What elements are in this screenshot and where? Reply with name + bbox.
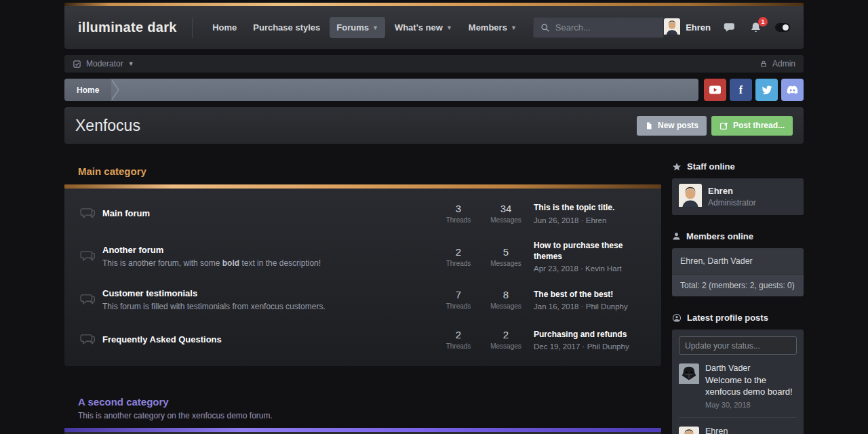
forum-bubbles-icon [79,205,97,222]
page-container: illuminate dark Home Purchase styles For… [64,3,804,434]
forum-row[interactable]: Customer testimonials This forum is fill… [64,279,661,319]
user-circle-icon [672,313,682,323]
site-logo[interactable]: illuminate dark [78,20,177,35]
staff-name[interactable]: Ehren [708,186,756,196]
profile-post: Darth Vader Welcome to the xenfocus demo… [679,363,797,409]
forum-bubbles-icon [79,331,97,349]
thread-count: 7 [439,289,478,300]
forum-title[interactable]: Frequently Asked Questions [102,334,432,344]
latest-profile-posts-section: Latest profile posts Darth Vader Welcome… [672,313,804,434]
breadcrumb: Home [64,79,698,101]
post-thread-button[interactable]: Post thread... [711,116,793,136]
message-count: 5 [486,246,526,258]
forum-row[interactable]: Another forum This is another forum, wit… [64,233,661,279]
latest-topic-meta: Jun 26, 2018 · Ehren [534,216,650,224]
chevron-down-icon: ▼ [511,24,517,31]
forum-title[interactable]: Another forum [102,245,432,255]
section-title: Staff online [687,161,735,172]
category-forums: Main forum 3Threads 34Messages This is t… [64,189,661,366]
social-buttons: f [704,79,804,101]
forum-title[interactable]: Customer testimonials [102,288,432,298]
avatar [664,18,680,37]
breadcrumb-row: Home f [64,79,804,101]
category-title[interactable]: A second category [78,396,661,408]
section-title: Members online [686,231,753,241]
lock-icon [760,60,768,68]
discord-button[interactable] [781,79,804,101]
post-author[interactable]: Ehren [705,427,797,434]
latest-topic-meta: Apr 23, 2018 · Kevin Hart [534,264,650,273]
latest-topic-link[interactable]: This is the topic title. [534,202,650,213]
forum-description: This forum is filled with testimonials f… [102,302,432,311]
nav-purchase-styles[interactable]: Purchase styles [246,17,327,38]
header-actions: Ehren 1 [664,18,790,37]
more-options-icon[interactable] [794,403,797,406]
search-box[interactable] [533,17,664,38]
nav-forums[interactable]: Forums▼ [330,17,385,38]
moderator-menu[interactable]: Moderator ▼ [73,59,134,68]
user-name: Ehren [686,22,711,33]
forum-title[interactable]: Main forum [102,208,432,218]
category-title[interactable]: Main category [78,165,661,177]
forum-row[interactable]: Main forum 3Threads 34Messages This is t… [64,193,661,233]
theme-toggle-icon[interactable] [775,23,790,32]
admin-link[interactable]: Admin [760,59,795,68]
latest-topic-link[interactable]: Purchasing and refunds [534,329,650,340]
category-description: This is another category on the xenfocus… [78,411,661,420]
star-icon [672,162,682,172]
user-icon [672,232,681,241]
alerts-bell-icon[interactable]: 1 [749,21,762,34]
latest-topic-meta: Dec 19, 2017 · Phil Dunphy [534,342,650,351]
message-count: 2 [486,329,526,340]
forum-description: This is another forum, with some bold te… [102,258,432,268]
alert-count-badge: 1 [758,17,768,26]
category-header: Main category [64,159,661,184]
moderator-bar: Moderator ▼ Admin [64,55,804,73]
members-online-card: Ehren, Darth Vader Total: 2 (members: 2,… [672,248,804,296]
forum-row[interactable]: Frequently Asked Questions 2Threads 2Mes… [64,319,661,359]
edit-pencil-icon [719,121,728,130]
thread-count: 2 [439,246,478,258]
divider [679,417,797,418]
post-text: Welcome to the xenfocus demo board! [705,375,797,398]
avatar[interactable] [679,363,699,409]
nav-whats-new[interactable]: What's new▼ [388,17,459,38]
document-icon [645,121,653,130]
post-date: May 30, 2018 [705,401,751,409]
staff-online-section: Staff online Ehren Administrator [672,161,804,215]
members-online-names[interactable]: Ehren, Darth Vader [672,248,804,274]
search-icon [540,23,550,33]
breadcrumb-home[interactable]: Home [64,79,111,101]
staff-role: Administrator [708,198,756,208]
chevron-down-icon: ▼ [372,24,378,31]
members-online-section: Members online Ehren, Darth Vader Total:… [672,231,804,296]
new-posts-button[interactable]: New posts [637,116,707,136]
search-input[interactable] [555,22,656,33]
thread-count: 3 [439,203,478,214]
youtube-button[interactable] [704,79,726,101]
page-title-bar: Xenfocus New posts Post thread... [64,107,804,144]
message-count: 8 [486,289,526,300]
twitter-button[interactable] [755,79,778,101]
conversations-icon[interactable] [724,21,736,34]
nav-home[interactable]: Home [205,17,243,38]
avatar[interactable] [679,427,699,434]
account-menu[interactable]: Ehren [664,18,711,37]
section-title: Latest profile posts [687,313,768,323]
sidebar: Staff online Ehren Administrator [672,159,804,434]
message-count: 34 [486,203,526,214]
profile-post: Ehren This is my status update! Nov 19, … [679,427,797,434]
latest-topic-link[interactable]: The best of the best! [534,289,650,300]
staff-member[interactable]: Ehren Administrator [672,178,804,215]
breadcrumb-chevron-icon [111,79,120,101]
forum-bubbles-icon [79,291,97,309]
post-author[interactable]: Darth Vader [705,363,797,373]
facebook-button[interactable]: f [730,79,752,101]
site-header: illuminate dark Home Purchase styles For… [64,6,804,49]
forum-list-column: Main category Main forum 3Threads 34Mess… [64,159,661,434]
latest-topic-link[interactable]: How to purchase these themes [534,240,650,262]
chevron-down-icon: ▼ [128,60,134,67]
status-update-input[interactable] [679,336,797,355]
second-category: A second category This is another catego… [64,389,661,434]
nav-members[interactable]: Members▼ [462,17,524,38]
